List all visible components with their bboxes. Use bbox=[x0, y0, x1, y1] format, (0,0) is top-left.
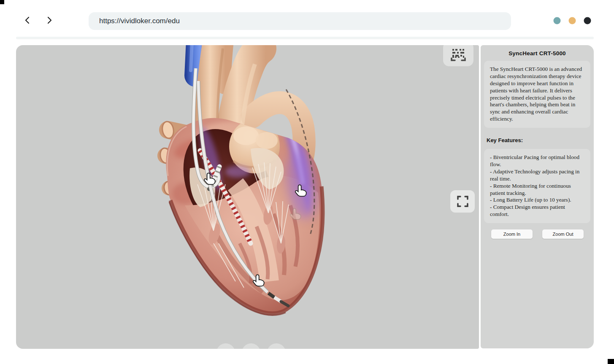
screen-corner-artifact bbox=[608, 359, 614, 364]
fullscreen-button[interactable] bbox=[450, 190, 475, 213]
feature-item: - Remote Monitoring for continuous patie… bbox=[490, 183, 584, 197]
orange-dot[interactable] bbox=[569, 17, 576, 24]
teal-dot[interactable] bbox=[554, 17, 561, 24]
black-dot[interactable] bbox=[584, 17, 591, 24]
fullscreen-corners-icon bbox=[457, 196, 468, 207]
feature-item: - Long Battery Life (up to 10 years). bbox=[490, 197, 584, 204]
device-description: The SyncHeart CRT-5000 is an advanced ca… bbox=[484, 61, 590, 128]
zoom-in-button[interactable]: Zoom In bbox=[491, 229, 533, 239]
qr-scan-button[interactable] bbox=[443, 45, 473, 66]
heart-model-illustration[interactable] bbox=[16, 45, 479, 349]
window-dots bbox=[553, 17, 591, 24]
qr-scan-icon bbox=[448, 48, 468, 62]
info-panel: SyncHeart CRT-5000 The SyncHeart CRT-500… bbox=[481, 45, 594, 348]
zoom-out-button[interactable]: Zoom Out bbox=[542, 229, 584, 239]
key-features-label: Key Features: bbox=[487, 137, 594, 143]
feature-item: - Adaptive Technology adjusts pacing in … bbox=[490, 168, 584, 183]
screen-corner-artifact bbox=[0, 0, 4, 4]
zoom-controls: Zoom In Zoom Out bbox=[481, 229, 594, 239]
forward-button[interactable] bbox=[44, 15, 55, 26]
topbar-divider bbox=[16, 37, 594, 39]
panel-title: SyncHeart CRT-5000 bbox=[481, 45, 594, 61]
chevron-right-icon bbox=[46, 16, 53, 24]
address-bar[interactable]: https://vividloker.com/edu bbox=[89, 12, 511, 30]
back-button[interactable] bbox=[22, 15, 33, 26]
model-viewer[interactable]: 1 2 3 bbox=[16, 45, 479, 349]
chevron-left-icon bbox=[24, 16, 31, 24]
key-features-list: - Biventricular Pacing for optimal blood… bbox=[484, 149, 590, 223]
feature-item: - Biventricular Pacing for optimal blood… bbox=[490, 154, 584, 168]
feature-item: - Compact Design ensures patient comfort… bbox=[490, 204, 584, 218]
url-text: https://vividloker.com/edu bbox=[99, 17, 180, 25]
